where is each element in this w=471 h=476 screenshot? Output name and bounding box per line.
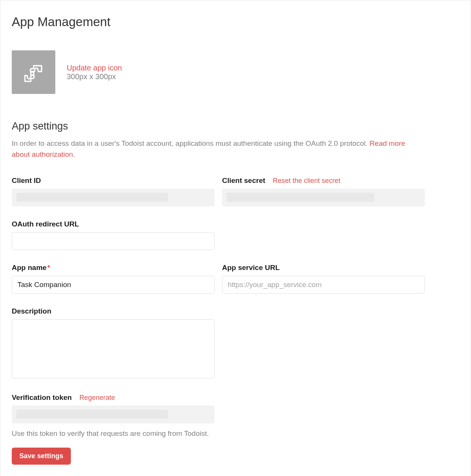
app-settings-intro: In order to access data in a user's Todo… (12, 138, 417, 160)
oauth-redirect-input[interactable] (12, 232, 214, 250)
app-name-label: App name* (12, 264, 50, 272)
puzzle-icon (22, 60, 45, 85)
verification-token-label: Verification token (12, 393, 72, 402)
reset-client-secret-link[interactable]: Reset the client secret (273, 177, 340, 185)
app-service-url-label: App service URL (222, 264, 280, 272)
app-name-input[interactable] (12, 276, 214, 293)
regenerate-token-link[interactable]: Regenerate (79, 394, 115, 402)
app-settings-heading: App settings (12, 120, 459, 132)
oauth-redirect-label: OAuth redirect URL (12, 220, 79, 228)
verification-token-redacted (16, 410, 168, 419)
client-id-value (12, 189, 214, 206)
app-icon-block: Update app icon 300px x 300px (12, 50, 459, 94)
intro-text: In order to access data in a user's Todo… (12, 139, 369, 147)
client-secret-redacted (227, 193, 374, 202)
required-mark: * (47, 264, 50, 272)
description-label: Description (12, 307, 52, 315)
client-id-label: Client ID (12, 176, 41, 185)
client-id-redacted (16, 193, 168, 202)
client-secret-value (222, 189, 425, 206)
client-secret-label: Client secret (222, 176, 265, 185)
save-settings-button[interactable]: Save settings (12, 448, 71, 465)
description-input[interactable] (12, 319, 214, 378)
verification-token-value (12, 406, 214, 423)
verification-token-helper: Use this token to verify that requests a… (12, 429, 459, 438)
app-icon-size-hint: 300px x 300px (67, 72, 122, 81)
app-service-url-input[interactable] (222, 276, 425, 293)
intro-suffix: . (73, 150, 75, 158)
update-app-icon-link[interactable]: Update app icon (67, 64, 122, 72)
app-icon-placeholder (12, 50, 55, 94)
page-title: App Management (12, 15, 459, 29)
